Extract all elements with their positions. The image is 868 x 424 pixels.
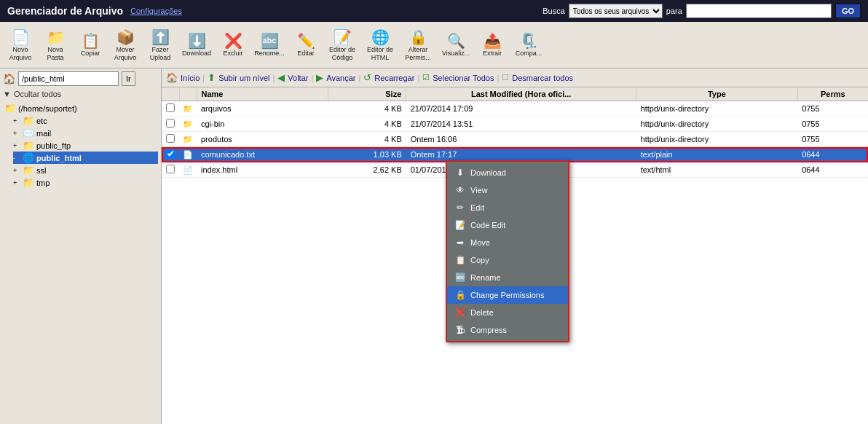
row-perms: 0644	[797, 147, 868, 162]
row-type: text/html	[636, 162, 798, 178]
inicio-icon: 🏠	[166, 72, 178, 83]
table-row[interactable]: 📁 cgi-bin 4 KB 21/07/2014 13:51 httpd/un…	[162, 117, 868, 132]
search-input[interactable]	[686, 4, 832, 18]
row-check[interactable]	[162, 147, 179, 162]
search-go-button[interactable]: GO	[835, 4, 861, 18]
toolbar-excluir[interactable]: ❌ Excluir	[216, 30, 250, 60]
sidebar-hide-all[interactable]: ▼ Ocultar todos	[3, 90, 158, 98]
voltar-icon: ◀	[277, 72, 285, 83]
toolbar-mover-arquivo[interactable]: 📦 MoverArquivo	[108, 26, 143, 64]
row-modified: 21/07/2014 13:51	[406, 117, 636, 132]
row-size: 4 KB	[328, 132, 406, 147]
table-row[interactable]: 📁 produtos 4 KB Ontem 16:06 httpd/unix-d…	[162, 132, 868, 147]
context-menu-item-delete[interactable]: ❌ Delete	[447, 304, 568, 321]
tree-item-ssl[interactable]: + 📁 ssl	[13, 164, 158, 176]
desmarcar-icon: ☐	[502, 73, 509, 82]
search-select[interactable]: Todos os seus arquivos	[569, 4, 663, 18]
row-type: httpd/unix-directory	[636, 117, 798, 132]
row-type: httpd/unix-directory	[636, 101, 798, 117]
tree-item-public-ftp[interactable]: + 📁 public_ftp	[13, 139, 158, 152]
compress-cm-icon: 🗜	[454, 325, 466, 335]
tree-root: 📁 (/home/suportet) + 📁 etc + ✉️ mail + 📁	[3, 102, 158, 189]
toolbar-renomear[interactable]: 🔤 Renome...	[250, 30, 288, 60]
row-perms: 0755	[797, 101, 868, 117]
row-name[interactable]: arquivos	[197, 101, 328, 117]
row-type: httpd/unix-directory	[636, 132, 798, 147]
desmarcar-todos-btn[interactable]: Desmarcar todos	[512, 74, 573, 82]
context-menu-item-rename[interactable]: 🔤 Rename	[447, 269, 568, 286]
context-menu-item-download[interactable]: ⬇ Download	[447, 164, 568, 181]
row-name[interactable]: index.html	[197, 162, 328, 178]
edit-cm-icon: ✏	[454, 203, 466, 213]
toolbar-editar[interactable]: ✏️ Editar	[288, 30, 323, 60]
config-link[interactable]: Configurações	[130, 7, 542, 15]
row-size: 1,03 KB	[328, 147, 406, 162]
toolbar-copiar[interactable]: 📋 Copiar	[73, 30, 108, 60]
row-perms: 0644	[797, 162, 868, 178]
inicio-btn[interactable]: Início	[181, 74, 200, 82]
toolbar-extrair[interactable]: 📤 Extrair	[475, 30, 510, 60]
file-panel: 🏠 Início | ⬆ Subir um nível | ◀ Voltar |…	[162, 68, 868, 424]
col-type-header[interactable]: Type	[636, 87, 798, 101]
tree-root-item[interactable]: 📁 (/home/suportet)	[4, 102, 158, 114]
toolbar-alterar-permissoes[interactable]: 🔒 AlterarPermis...	[399, 26, 437, 64]
hide-all-label: Ocultar todos	[14, 90, 61, 98]
row-size: 4 KB	[328, 101, 406, 117]
row-icon: 📄	[179, 147, 197, 162]
change-permissions-cm-icon: 🔒	[454, 290, 466, 300]
tree-item-mail[interactable]: + ✉️ mail	[13, 127, 158, 139]
context-menu-item-edit[interactable]: ✏ Edit	[447, 199, 568, 216]
sidebar-path-input[interactable]	[18, 71, 119, 86]
toolbar-editor-codigo[interactable]: 📝 Editor deCódigo	[323, 26, 361, 64]
sidebar-path-row: 🏠 Ir	[3, 71, 158, 86]
context-menu-item-view[interactable]: 👁 View	[447, 181, 568, 199]
toolbar-download-label: Download	[182, 50, 211, 58]
col-perms-header[interactable]: Perms	[797, 87, 868, 101]
toolbar-novo-arquivo[interactable]: 📄 NovoArquivo	[3, 26, 38, 64]
recarregar-btn[interactable]: Recarregar	[374, 74, 414, 82]
col-name-header[interactable]: Name	[197, 87, 328, 101]
toolbar-download[interactable]: ⬇️ Download	[178, 30, 216, 60]
selecionar-todos-btn[interactable]: Selecionar Todos	[433, 74, 494, 82]
context-menu-item-change-permissions[interactable]: 🔒 Change Permissions	[447, 286, 568, 304]
row-name[interactable]: comunicado.txt	[197, 147, 328, 162]
row-check[interactable]	[162, 162, 179, 178]
context-menu-item-code-edit[interactable]: 📝 Code Edit	[447, 216, 568, 234]
context-menu-item-copy[interactable]: 📋 Copy	[447, 251, 568, 269]
toolbar-compactar[interactable]: 🗜️ Compa...	[510, 30, 548, 60]
subir-nivel-btn[interactable]: Subir um nível	[218, 74, 269, 82]
context-menu-item-move[interactable]: ➡ Move	[447, 234, 568, 251]
row-size: 2,62 KB	[328, 162, 406, 178]
row-perms: 0755	[797, 132, 868, 147]
tree-item-etc[interactable]: + 📁 etc	[13, 114, 158, 127]
file-toolbar: 🏠 Início | ⬆ Subir um nível | ◀ Voltar |…	[162, 68, 868, 87]
delete-cm-icon: ❌	[454, 307, 466, 318]
toolbar: 📄 NovoArquivo 📁 NovaPasta 📋 Copiar 📦 Mov…	[0, 22, 868, 68]
context-menu-item-compress[interactable]: 🗜 Compress	[447, 321, 568, 339]
toolbar-visualizar[interactable]: 🔍 Visualiz...	[437, 30, 475, 60]
row-name[interactable]: cgi-bin	[197, 117, 328, 132]
toolbar-fazer-upload[interactable]: ⬆️ FazerUpload	[143, 26, 178, 64]
table-row[interactable]: 📁 arquivos 4 KB 21/07/2014 17:09 httpd/u…	[162, 101, 868, 117]
avancar-btn[interactable]: Avançar	[326, 74, 355, 82]
recarregar-icon: ↺	[363, 72, 371, 83]
col-modified-header[interactable]: Last Modified (Hora ofici...	[406, 87, 636, 101]
code-edit-cm-icon: 📝	[454, 220, 466, 230]
tree-item-tmp[interactable]: + 📁 tmp	[13, 176, 158, 189]
toolbar-editor-html[interactable]: 🌐 Editor deHTML	[361, 26, 399, 64]
search-para-label: para	[666, 7, 682, 15]
row-name[interactable]: produtos	[197, 132, 328, 147]
row-type: text/plain	[636, 147, 798, 162]
row-icon: 📁	[179, 117, 197, 132]
tree-root-label: (/home/suportet)	[18, 104, 77, 113]
row-check[interactable]	[162, 117, 179, 132]
row-check[interactable]	[162, 101, 179, 117]
tree-item-public-html[interactable]: - 🌐 public_html	[13, 152, 158, 164]
row-icon: 📁	[179, 101, 197, 117]
row-check[interactable]	[162, 132, 179, 147]
sidebar-go-button[interactable]: Ir	[122, 71, 135, 86]
voltar-btn[interactable]: Voltar	[288, 74, 308, 82]
col-size-header[interactable]: Size	[328, 87, 406, 101]
view-cm-icon: 👁	[454, 185, 466, 195]
toolbar-nova-pasta[interactable]: 📁 NovaPasta	[38, 26, 73, 64]
